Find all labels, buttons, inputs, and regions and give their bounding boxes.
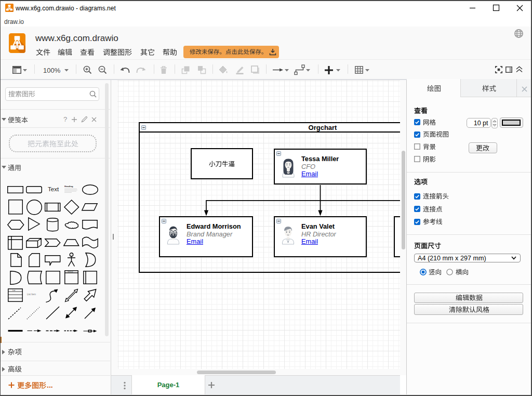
svg-text:List: List	[12, 289, 15, 292]
svg-text:Heading: Heading	[64, 185, 73, 188]
svg-text:Vertical: Vertical	[68, 271, 73, 273]
